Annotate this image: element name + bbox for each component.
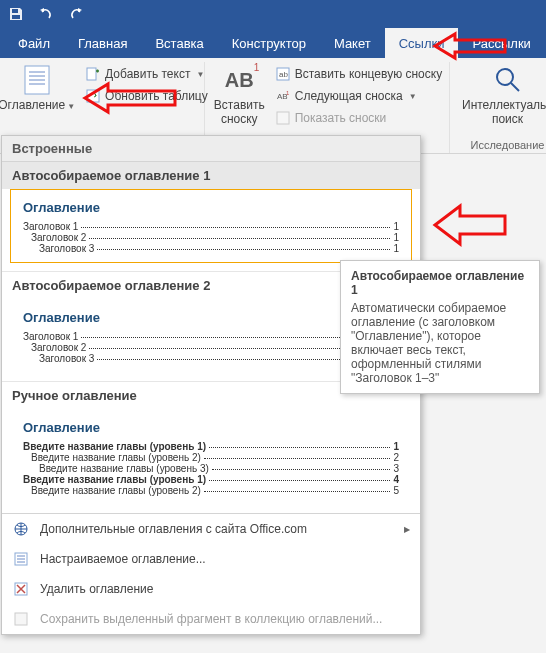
toc-preview-lines: Введите название главы (уровень 1)1Введи… [23,441,399,496]
save-selection-label: Сохранить выделенный фрагмент в коллекци… [40,612,382,626]
svg-rect-1 [12,15,20,19]
toc-line: Заголовок 21 [23,232,399,243]
svg-line-15 [511,83,519,91]
save-selection-item: Сохранить выделенный фрагмент в коллекци… [2,604,420,634]
toc-button[interactable]: Оглавление▼ [0,62,81,114]
group-research-label: Исследование [450,139,546,151]
show-footnotes-icon [275,110,291,126]
next-footnote-button[interactable]: AB1 Следующая сноска▼ [271,86,446,106]
add-text-label: Добавить текст [105,67,190,81]
tab-file[interactable]: Файл [0,28,64,58]
show-footnotes-label: Показать сноски [295,111,387,125]
insert-endnote-button[interactable]: ab Вставить концевую сноску [271,64,446,84]
preview-heading: Оглавление [23,420,399,435]
custom-toc-item[interactable]: Настраиваемое оглавление... [2,544,420,574]
add-text-button[interactable]: Добавить текст▼ [81,64,212,84]
chevron-down-icon: ▼ [409,92,417,101]
update-icon [85,88,101,104]
gallery-option-auto1-title: Автособираемое оглавление 1 [2,162,420,189]
next-footnote-label: Следующая сноска [295,89,403,103]
custom-toc-label: Настраиваемое оглавление... [40,552,206,566]
update-table-button[interactable]: Обновить таблицу [81,86,212,106]
gallery-footer: Дополнительные оглавления с сайта Office… [2,513,420,634]
remove-toc-label: Удалить оглавление [40,582,153,596]
more-from-office-label: Дополнительные оглавления с сайта Office… [40,522,307,536]
footnote-icon: AB 1 [223,64,255,96]
tooltip-body: Автоматически собираемое оглавление (с з… [351,301,529,385]
tooltip-title: Автособираемое оглавление 1 [351,269,529,297]
svg-text:1: 1 [286,90,290,96]
quick-access-toolbar [0,0,546,28]
toc-line: Введите название главы (уровень 2)2 [23,452,399,463]
tab-home[interactable]: Главная [64,28,141,58]
toc-line: Введите название главы (уровень 1)1 [23,441,399,452]
toc-preview-lines: Заголовок 11Заголовок 21Заголовок 31 [23,221,399,254]
undo-icon[interactable] [38,6,54,22]
remove-toc-item[interactable]: Удалить оглавление [2,574,420,604]
svg-text:ab: ab [279,70,288,79]
more-from-office-item[interactable]: Дополнительные оглавления с сайта Office… [2,514,420,544]
toc-line: Введите название главы (уровень 3)3 [23,463,399,474]
smart-lookup-label-2: поиск [492,112,523,126]
insert-endnote-label: Вставить концевую сноску [295,67,442,81]
magnifier-icon [492,64,524,96]
insert-footnote-label-1: Вставить [214,98,265,112]
tab-layout[interactable]: Макет [320,28,385,58]
insert-footnote-label-2: сноску [221,112,258,126]
svg-rect-13 [277,112,289,124]
remove-toc-icon [12,580,30,598]
svg-rect-0 [12,9,18,13]
toc-line: Заголовок 31 [23,243,399,254]
smart-lookup-label-1: Интеллектуальн [462,98,546,112]
preview-heading: Оглавление [23,200,399,215]
update-table-label: Обновить таблицу [105,89,208,103]
toc-line: Заголовок 11 [23,221,399,232]
svg-rect-22 [15,613,27,625]
save-icon[interactable] [8,6,24,22]
tab-insert[interactable]: Вставка [141,28,217,58]
add-text-icon [85,66,101,82]
toc-label: Оглавление [0,98,65,112]
smart-lookup-button[interactable]: Интеллектуальнпоиск [456,62,546,129]
gallery-option-manual[interactable]: Оглавление Введите название главы (урове… [10,409,412,505]
redo-icon[interactable] [68,6,84,22]
svg-rect-8 [87,90,99,102]
chevron-down-icon: ▼ [196,70,204,79]
toc-line: Введите название главы (уровень 2)5 [23,485,399,496]
tab-mailings[interactable]: Рассылки [458,28,544,58]
annotation-arrow [430,200,510,250]
toc-icon [21,64,53,96]
globe-icon [12,520,30,538]
gallery-option-auto1[interactable]: Оглавление Заголовок 11Заголовок 21Загол… [10,189,412,263]
tab-references[interactable]: Ссылки [385,28,459,58]
endnote-icon: ab [275,66,291,82]
save-selection-icon [12,610,30,628]
ribbon-tabs: Файл Главная Вставка Конструктор Макет С… [0,28,546,58]
tab-design[interactable]: Конструктор [218,28,320,58]
show-footnotes-button: Показать сноски [271,108,446,128]
toc-line: Введите название главы (уровень 1)4 [23,474,399,485]
custom-toc-icon [12,550,30,568]
svg-marker-25 [435,206,505,244]
chevron-right-icon: ▶ [404,525,410,534]
tooltip: Автособираемое оглавление 1 Автоматическ… [340,260,540,394]
svg-point-14 [497,69,513,85]
chevron-down-icon: ▼ [67,102,75,111]
gallery-header-builtin: Встроенные [2,136,420,162]
next-footnote-icon: AB1 [275,88,291,104]
insert-footnote-button[interactable]: AB 1 Вставитьсноску [208,62,271,129]
svg-rect-7 [87,68,96,80]
